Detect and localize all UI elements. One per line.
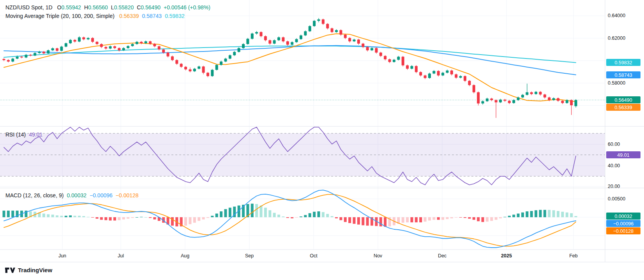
price-badge-label: −0.00096 bbox=[613, 221, 634, 227]
ma-legend[interactable]: Moving Average Triple (20, 100, 200, Sim… bbox=[5, 12, 185, 20]
rsi-title: RSI (14) bbox=[5, 131, 26, 138]
month-label: Dec bbox=[438, 253, 446, 259]
symbol-legend[interactable]: NZD/USD Spot, 1DO0.55942H0.56560L0.55820… bbox=[5, 3, 210, 12]
open-label: O bbox=[57, 4, 62, 11]
open-value: 0.55942 bbox=[61, 4, 81, 11]
macd-hist-value: 0.00032 bbox=[67, 192, 86, 198]
macd-line-value: −0.00096 bbox=[90, 192, 113, 198]
macd-axis[interactable]: 0.005000.00032−0.00096−0.00128 bbox=[606, 196, 640, 234]
rsi-value: 49.01 bbox=[29, 131, 42, 138]
rsi-legend[interactable]: RSI (14)49.01 bbox=[5, 130, 42, 139]
chart-canvas[interactable]: 0.640000.620000.580000.598320.587430.564… bbox=[0, 0, 644, 280]
tick-label: 60.00 bbox=[608, 142, 620, 147]
price-badge-label: 0.58743 bbox=[614, 73, 632, 78]
macd-signal-value: −0.00128 bbox=[116, 192, 139, 198]
low-label: L bbox=[111, 4, 114, 11]
rsi-band bbox=[0, 133, 605, 176]
tradingview-brand-text: TradingView bbox=[18, 267, 52, 273]
tradingview-branding[interactable]: TradingView bbox=[5, 267, 52, 273]
tick-label: 20.00 bbox=[608, 184, 620, 189]
macd-title: MACD (12, 26, close, 9) bbox=[5, 192, 64, 198]
high-value: 0.56560 bbox=[88, 4, 108, 11]
candlestick-series[interactable] bbox=[3, 18, 577, 118]
ma-20-line bbox=[4, 34, 576, 102]
month-label: Nov bbox=[374, 253, 383, 259]
change-value: +0.00546 (+0.98%) bbox=[164, 4, 210, 11]
month-label: Aug bbox=[181, 253, 189, 259]
tick-label: 0.64000 bbox=[608, 13, 625, 18]
month-label: Feb bbox=[569, 253, 578, 259]
price-badge-label: 49.01 bbox=[617, 152, 629, 158]
month-label: Jul bbox=[118, 253, 124, 259]
tradingview-logo-icon bbox=[5, 267, 15, 273]
rsi-axis[interactable]: 60.0040.0020.0049.01 bbox=[606, 142, 640, 189]
ma100-value: 0.58743 bbox=[142, 13, 162, 19]
close-value: 0.56490 bbox=[141, 4, 161, 11]
tick-label: 40.00 bbox=[608, 163, 620, 168]
price-badge-label: 0.56339 bbox=[614, 105, 632, 110]
ma200-value: 0.59832 bbox=[165, 13, 185, 19]
macd-signal-line bbox=[4, 195, 576, 246]
ma20-value: 0.56339 bbox=[119, 13, 139, 19]
month-label: Sep bbox=[245, 253, 254, 259]
price-badge-label: 0.00032 bbox=[614, 214, 632, 219]
ma-title: Moving Average Triple (20, 100, 200, Sim… bbox=[5, 13, 115, 19]
ma-200-line bbox=[4, 46, 576, 63]
tradingview-chart: 0.640000.620000.580000.598320.587430.564… bbox=[0, 0, 644, 280]
tick-label: 0.00500 bbox=[608, 196, 625, 202]
price-badge-label: 0.59832 bbox=[614, 60, 632, 66]
month-label: Oct bbox=[310, 253, 318, 259]
ma-100-line bbox=[4, 46, 576, 75]
low-value: 0.55820 bbox=[114, 4, 134, 11]
grid bbox=[0, 0, 605, 250]
symbol-title: NZD/USD Spot, 1D bbox=[5, 4, 53, 11]
month-label: Jun bbox=[58, 253, 66, 259]
price-axis[interactable]: 0.640000.620000.580000.598320.587430.564… bbox=[606, 13, 640, 111]
macd-legend[interactable]: MACD (12, 26, close, 9)0.00032−0.00096−0… bbox=[5, 191, 139, 200]
month-label: 2025 bbox=[501, 253, 512, 259]
price-badge-label: −0.00128 bbox=[613, 229, 634, 234]
price-badge-label: 0.56490 bbox=[614, 97, 632, 103]
tick-label: 0.62000 bbox=[608, 35, 625, 41]
time-axis[interactable]: JunJulAugSepOctNovDec2025Feb bbox=[58, 253, 578, 259]
high-label: H bbox=[84, 4, 88, 11]
tick-label: 0.58000 bbox=[608, 80, 625, 86]
close-label: C bbox=[137, 4, 141, 11]
macd-histogram bbox=[3, 204, 577, 227]
